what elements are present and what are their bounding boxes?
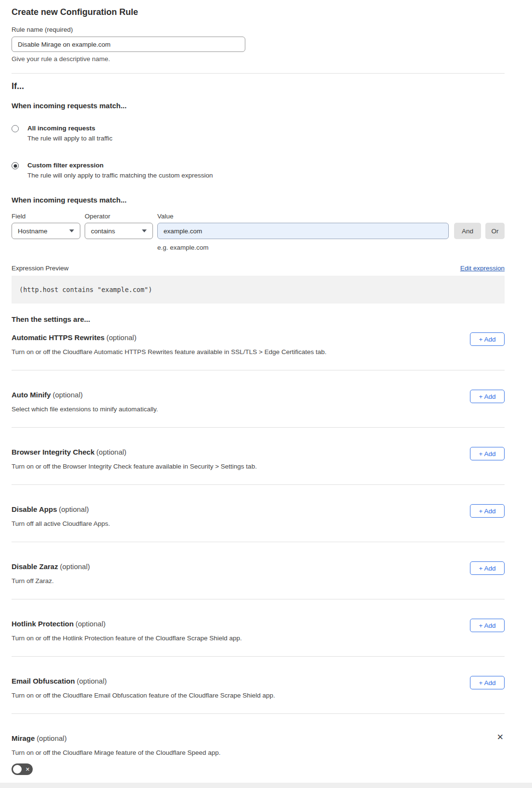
field-select-value: Hostname [18,228,48,235]
if-heading: If... [12,81,505,91]
add-button[interactable]: + Add [470,390,505,403]
chevron-down-icon [69,229,74,232]
radio-option-all-incoming-requests[interactable]: All incoming requests The rule will appl… [12,125,505,142]
setting-optional-tag: (optional) [96,448,127,456]
setting-description: Turn off all active Cloudflare Apps. [12,520,110,528]
radio-option-label: Custom filter expression [27,162,213,169]
add-button[interactable]: + Add [470,447,505,460]
rule-name-input[interactable] [12,37,245,52]
add-button[interactable]: + Add [470,676,505,689]
setting-optional-tag: (optional) [76,620,106,628]
operator-label: Operator [85,213,157,220]
setting-browser-integrity-check: Browser Integrity Check (optional) Turn … [12,427,505,484]
operator-select-value: contains [91,228,115,235]
value-label: Value [157,213,174,220]
section-divider [12,73,505,74]
setting-hotlink-protection: Hotlink Protection (optional) Turn on or… [12,599,505,656]
match-heading: When incoming requests match... [12,102,505,110]
setting-description: Turn off Zaraz. [12,577,90,585]
setting-name: Automatic HTTPS Rewrites [12,333,104,342]
operator-select[interactable]: contains [85,223,153,239]
page-title: Create new Configuration Rule [12,0,505,17]
edit-expression-link[interactable]: Edit expression [460,265,505,272]
expression-builder-column-labels: Field Operator Value [12,213,505,220]
setting-optional-tag: (optional) [106,333,137,342]
setting-name: Hotlink Protection [12,620,74,628]
rule-name-helper: Give your rule a descriptive name. [12,55,505,63]
radio-option-custom-filter-expression[interactable]: Custom filter expression The rule will o… [12,162,505,179]
add-button[interactable]: + Add [470,561,505,575]
add-button[interactable]: + Add [470,619,505,632]
radio-option-description: The rule will only apply to traffic matc… [27,172,213,179]
footer-bar [0,783,532,788]
value-helper: e.g. example.com [157,244,505,251]
setting-description: Turn on or off the Cloudflare Mirage fea… [12,749,221,757]
close-icon[interactable]: ✕ [497,733,504,741]
toggle-off-x-icon: ✕ [25,765,30,773]
setting-optional-tag: (optional) [76,677,107,685]
create-configuration-rule-form: Create new Configuration Rule Rule name … [12,0,505,788]
setting-optional-tag: (optional) [37,734,67,742]
setting-optional-tag: (optional) [59,505,89,513]
setting-auto-minify: Auto Minify (optional) Select which file… [12,370,505,427]
setting-disable-zaraz: Disable Zaraz (optional) Turn off Zaraz.… [12,542,505,599]
setting-name: Mirage [12,734,35,742]
setting-description: Select which file extensions to minify a… [12,406,158,413]
radio-button-icon-selected[interactable] [12,162,19,169]
setting-name: Disable Apps [12,505,57,513]
setting-optional-tag: (optional) [60,562,90,571]
rule-name-label: Rule name (required) [12,26,505,34]
expression-builder-row: Hostname contains And Or [12,223,505,239]
setting-description: Turn on or off the Cloudflare Email Obfu… [12,692,275,699]
setting-name: Browser Integrity Check [12,448,95,456]
field-select[interactable]: Hostname [12,223,80,239]
expression-preview-code: (http.host contains "example.com") [12,276,505,304]
setting-name: Auto Minify [12,391,51,399]
setting-description: Turn on or off the Browser Integrity Che… [12,463,257,470]
setting-automatic-https-rewrites: Automatic HTTPS Rewrites (optional) Turn… [12,323,505,370]
and-button[interactable]: And [454,223,481,239]
radio-option-label: All incoming requests [27,125,113,132]
toggle-knob [13,765,22,774]
chevron-down-icon [142,229,147,232]
setting-description: Turn on or off the Hotlink Protection fe… [12,635,242,642]
expression-builder-heading: When incoming requests match... [12,196,505,204]
field-label: Field [12,213,85,220]
value-input[interactable] [157,223,449,239]
or-button[interactable]: Or [485,223,505,239]
setting-name: Disable Zaraz [12,562,58,571]
expression-text: (http.host contains "example.com") [19,286,152,293]
radio-button-icon[interactable] [12,125,19,132]
setting-optional-tag: (optional) [52,391,83,399]
setting-email-obfuscation: Email Obfuscation (optional) Turn on or … [12,656,505,713]
expression-preview-header: Expression Preview Edit expression [12,265,505,272]
setting-mirage: Mirage (optional) Turn on or off the Clo… [12,713,505,788]
settings-heading: Then the settings are... [12,315,505,323]
setting-description: Turn on or off the Cloudflare Automatic … [12,348,327,356]
mirage-toggle[interactable]: ✕ [12,763,33,775]
setting-name: Email Obfuscation [12,677,75,685]
add-button[interactable]: + Add [470,332,505,346]
setting-disable-apps: Disable Apps (optional) Turn off all act… [12,484,505,542]
add-button[interactable]: + Add [470,504,505,518]
expression-preview-label: Expression Preview [12,265,69,272]
radio-option-description: The rule will apply to all traffic [27,135,113,142]
